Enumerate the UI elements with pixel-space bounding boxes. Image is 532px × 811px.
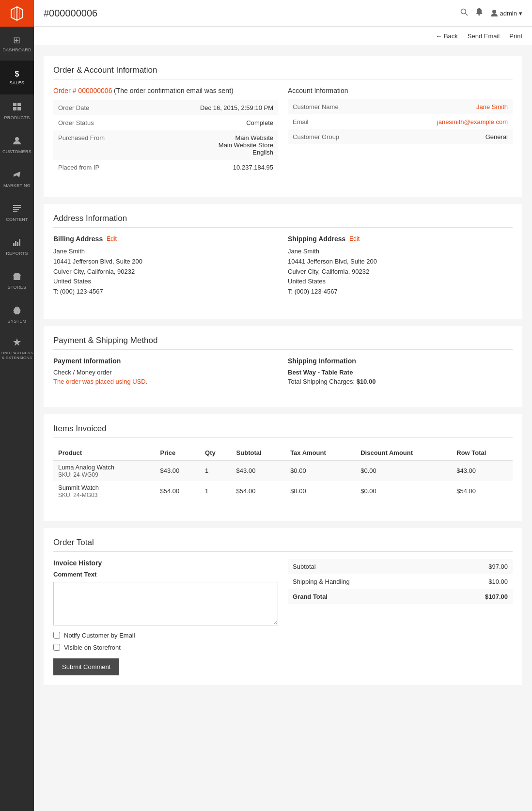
totals-value: $10.00 bbox=[439, 574, 513, 589]
items-column-header: Tax Amount bbox=[285, 445, 356, 461]
items-column-header: Row Total bbox=[452, 445, 513, 461]
send-email-button[interactable]: Send Email bbox=[468, 32, 500, 40]
invoice-totals-col: Subtotal$97.00Shipping & Handling$10.00G… bbox=[288, 559, 513, 675]
shipping-address-col: Shipping Address Edit Jane Smith10441 Je… bbox=[288, 235, 513, 297]
svg-rect-10 bbox=[13, 211, 17, 212]
order-total-cols: Invoice History Comment Text Notify Cust… bbox=[53, 559, 513, 675]
items-column-header: Price bbox=[155, 445, 200, 461]
account-info-table: Customer NameJane SmithEmailjanesmith@ex… bbox=[288, 99, 513, 144]
items-column-header: Discount Amount bbox=[356, 445, 452, 461]
sidebar-item-stores[interactable]: STORES bbox=[0, 264, 34, 298]
totals-row: Shipping & Handling$10.00 bbox=[288, 574, 513, 589]
order-info-label: Placed from IP bbox=[53, 160, 121, 175]
order-info-row: Order DateDec 16, 2015, 2:59:10 PM bbox=[53, 100, 278, 115]
order-info-value: Complete bbox=[121, 115, 278, 130]
dashboard-icon: ⊞ bbox=[13, 35, 20, 46]
comment-textarea[interactable] bbox=[53, 582, 278, 625]
search-icon[interactable] bbox=[460, 8, 468, 18]
sidebar-item-marketing[interactable]: MARKETING bbox=[0, 162, 34, 196]
items-invoiced-title: Items Invoiced bbox=[53, 424, 513, 438]
payment-shipping-title: Payment & Shipping Method bbox=[53, 336, 513, 350]
sidebar-item-system[interactable]: SYSTEM bbox=[0, 298, 34, 332]
sidebar-item-products[interactable]: PRODUCTS bbox=[0, 94, 34, 128]
item-value-cell: $54.00 bbox=[232, 481, 286, 501]
item-value-cell: $54.00 bbox=[155, 481, 200, 501]
items-column-header: Subtotal bbox=[232, 445, 286, 461]
svg-point-19 bbox=[461, 9, 466, 14]
sidebar-item-customers[interactable]: CUSTOMERS bbox=[0, 128, 34, 162]
payment-shipping-cols: Payment Information Check / Money order … bbox=[53, 357, 513, 385]
shipping-edit-link[interactable]: Edit bbox=[349, 235, 360, 242]
content-area: Order & Account Information Order # 0000… bbox=[34, 46, 532, 702]
order-info-value: Main Website Main Website Store English bbox=[121, 130, 278, 160]
payment-method: Check / Money order bbox=[53, 369, 278, 376]
account-info-row: Emailjanesmith@example.com bbox=[288, 114, 513, 129]
order-info-label: Purchased From bbox=[53, 130, 121, 160]
totals-value: $97.00 bbox=[439, 559, 513, 574]
payment-note: The order was placed using USD. bbox=[53, 378, 278, 385]
sidebar-item-reports[interactable]: REPORTS bbox=[0, 230, 34, 264]
visible-storefront-row: Visible on Storefront bbox=[53, 644, 278, 651]
order-account-section: Order & Account Information Order # 0000… bbox=[44, 56, 522, 197]
billing-address-col: Billing Address Edit Jane Smith10441 Jef… bbox=[53, 235, 278, 297]
address-section: Address Information Billing Address Edit… bbox=[44, 204, 522, 319]
billing-edit-link[interactable]: Edit bbox=[107, 235, 117, 242]
account-info-row: Customer NameJane Smith bbox=[288, 99, 513, 114]
chevron-down-icon: ▾ bbox=[519, 10, 522, 17]
sidebar: ⊞ DASHBOARD $ SALES PRODUCTS CUSTOMERS M… bbox=[0, 0, 34, 811]
notify-customer-label: Notify Customer by Email bbox=[64, 632, 135, 639]
billing-address-title: Billing Address Edit bbox=[53, 235, 278, 243]
order-total-title: Order Total bbox=[53, 538, 513, 552]
user-icon bbox=[490, 9, 498, 18]
product-cell: Summit WatchSKU: 24-MG03 bbox=[53, 481, 155, 501]
order-info-label: Order Date bbox=[53, 100, 121, 115]
shipping-address-title: Shipping Address Edit bbox=[288, 235, 513, 243]
sidebar-item-find-partners[interactable]: FIND PARTNERS & EXTENSIONS bbox=[0, 332, 34, 366]
svg-rect-7 bbox=[13, 205, 21, 206]
order-info-col: Order # 000000006 (The order confirmatio… bbox=[53, 87, 278, 175]
shipping-method: Best Way - Table Rate bbox=[288, 369, 513, 376]
items-invoiced-section: Items Invoiced ProductPriceQtySubtotalTa… bbox=[44, 414, 522, 521]
item-value-cell: $43.00 bbox=[155, 460, 200, 481]
svg-rect-2 bbox=[13, 103, 16, 106]
visible-storefront-label: Visible on Storefront bbox=[64, 644, 121, 651]
shipping-info-title: Shipping Information bbox=[288, 357, 513, 365]
item-value-cell: $0.00 bbox=[285, 460, 356, 481]
main-content: #000000006 admin ▾ ← Back Send Email Pri… bbox=[34, 0, 532, 811]
content-icon bbox=[13, 204, 21, 215]
svg-rect-12 bbox=[15, 241, 16, 246]
notify-customer-row: Notify Customer by Email bbox=[53, 632, 278, 639]
totals-label: Grand Total bbox=[288, 589, 439, 604]
back-button[interactable]: ← Back bbox=[436, 32, 458, 40]
items-column-header: Qty bbox=[200, 445, 232, 461]
order-info-value: Dec 16, 2015, 2:59:10 PM bbox=[121, 100, 278, 115]
item-value-cell: $0.00 bbox=[285, 481, 356, 501]
address-section-title: Address Information bbox=[53, 214, 513, 228]
account-info-label: Customer Group bbox=[288, 129, 380, 144]
admin-label: admin bbox=[500, 10, 517, 17]
sidebar-item-sales[interactable]: $ SALES bbox=[0, 61, 34, 94]
shipping-charges: Total Shipping Charges: $10.00 bbox=[288, 378, 513, 385]
order-total-section: Order Total Invoice History Comment Text… bbox=[44, 528, 522, 685]
totals-row: Grand Total$107.00 bbox=[288, 589, 513, 604]
account-info-value: Jane Smith bbox=[380, 99, 513, 114]
print-button[interactable]: Print bbox=[509, 32, 522, 40]
shipping-col: Shipping Information Best Way - Table Ra… bbox=[288, 357, 513, 385]
svg-rect-8 bbox=[13, 207, 21, 208]
products-icon bbox=[13, 102, 21, 113]
submit-comment-button[interactable]: Submit Comment bbox=[53, 658, 119, 675]
visible-storefront-checkbox[interactable] bbox=[53, 644, 60, 651]
order-number-link[interactable]: Order # 000000006 bbox=[53, 87, 112, 94]
account-info-col: Account Information Customer NameJane Sm… bbox=[288, 87, 513, 175]
svg-point-22 bbox=[492, 10, 496, 14]
svg-rect-4 bbox=[13, 107, 16, 110]
item-value-cell: $0.00 bbox=[356, 460, 452, 481]
sidebar-item-dashboard[interactable]: ⊞ DASHBOARD bbox=[0, 27, 34, 61]
notify-customer-checkbox[interactable] bbox=[53, 632, 60, 639]
invoice-history-title: Invoice History bbox=[53, 559, 278, 567]
sidebar-item-content[interactable]: CONTENT bbox=[0, 196, 34, 230]
order-info-row: Placed from IP10.237.184.95 bbox=[53, 160, 278, 175]
notifications-icon[interactable] bbox=[475, 8, 483, 18]
admin-user[interactable]: admin ▾ bbox=[490, 9, 522, 18]
account-info-row: Customer GroupGeneral bbox=[288, 129, 513, 144]
